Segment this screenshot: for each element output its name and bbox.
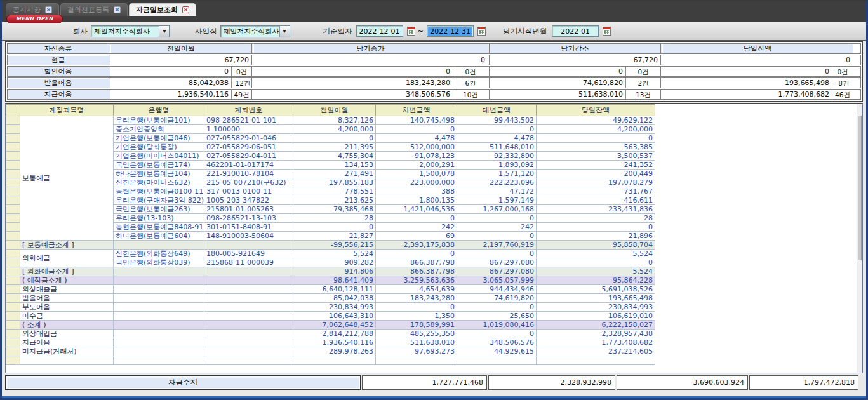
amount-cell[interactable]: 211,395 <box>293 143 376 152</box>
amount-cell[interactable]: 4,200,000 <box>293 125 376 134</box>
account-number-cell[interactable]: 098-286521-13-103 <box>204 214 293 223</box>
row-label-cell[interactable]: [ 보통예금소계 ] <box>20 241 114 250</box>
row-header-cell[interactable] <box>6 312 20 321</box>
scrollbar-thumb[interactable] <box>858 116 862 260</box>
amount-cell[interactable]: 271,491 <box>293 170 376 178</box>
amount-cell[interactable]: 7,062,648,452 <box>293 321 376 330</box>
amount-cell[interactable]: 193,665,498 <box>537 294 655 303</box>
bank-name-cell[interactable]: 신한은행(외화통장649) <box>114 250 204 258</box>
amount-cell[interactable]: 1,893,092 <box>457 161 537 170</box>
row-header-cell[interactable] <box>6 250 20 258</box>
amount-cell[interactable]: 1,773,408,682 <box>537 338 655 347</box>
amount-cell[interactable]: -99,556,215 <box>293 241 376 250</box>
amount-cell[interactable]: 233,431,836 <box>537 205 655 214</box>
amount-cell[interactable]: 230,834,993 <box>537 303 655 312</box>
row-header-cell[interactable] <box>6 303 20 312</box>
account-number-cell[interactable] <box>204 338 293 347</box>
category-cell[interactable]: 외화예금 <box>20 250 114 267</box>
amount-cell[interactable]: 95,858,704 <box>537 241 655 250</box>
row-header-cell[interactable] <box>6 116 20 125</box>
amount-cell[interactable]: 867,297,080 <box>457 267 537 276</box>
site-select[interactable]: 제일저지주식회사 <box>220 25 290 37</box>
amount-cell[interactable]: 5,524 <box>537 250 655 258</box>
account-number-cell[interactable]: 027-055829-06-051 <box>204 143 293 152</box>
account-number-cell[interactable]: 462201-01-017174 <box>204 161 293 170</box>
bank-name-cell[interactable]: 기업은행(마이너스04011) <box>114 152 204 161</box>
amount-cell[interactable]: 416,611 <box>537 196 655 205</box>
account-number-cell[interactable] <box>204 267 293 276</box>
row-header-cell[interactable] <box>6 152 20 161</box>
amount-cell[interactable]: 0 <box>537 258 655 267</box>
account-number-cell[interactable]: 215868-11-000039 <box>204 258 293 267</box>
amount-cell[interactable]: 0 <box>376 250 457 258</box>
bank-name-cell[interactable]: 중소기업중앙회 <box>114 125 204 134</box>
row-header-cell[interactable] <box>6 178 20 187</box>
amount-cell[interactable]: 79,385,468 <box>293 205 376 214</box>
amount-cell[interactable]: 866,387,798 <box>376 258 457 267</box>
amount-cell[interactable]: 0 <box>376 125 457 134</box>
bank-name-cell[interactable] <box>114 285 204 294</box>
row-label-cell[interactable]: 받을어음 <box>20 294 114 303</box>
bank-name-cell[interactable]: 신한은행(마이너스632) <box>114 178 204 187</box>
row-header-cell[interactable] <box>6 170 20 178</box>
row-label-cell[interactable]: 부도어음 <box>20 303 114 312</box>
bank-name-cell[interactable] <box>114 356 204 365</box>
bank-name-cell[interactable]: 국민은행(외화통장039) <box>114 258 204 267</box>
calendar-icon[interactable] <box>477 27 486 36</box>
amount-cell[interactable]: 28 <box>537 214 655 223</box>
amount-cell[interactable]: 0 <box>457 250 537 258</box>
amount-cell[interactable]: 914,806 <box>293 267 376 276</box>
bank-name-cell[interactable] <box>114 241 204 250</box>
close-icon[interactable]: × <box>45 6 52 13</box>
amount-cell[interactable]: 5,691,038,526 <box>537 285 655 294</box>
amount-cell[interactable]: 0 <box>457 125 537 134</box>
amount-cell[interactable]: 140,745,498 <box>376 116 457 125</box>
row-header-cell[interactable] <box>6 161 20 170</box>
amount-cell[interactable]: 1,421,046,536 <box>376 205 457 214</box>
bank-name-cell[interactable] <box>114 267 204 276</box>
bank-name-cell[interactable] <box>114 330 204 338</box>
amount-cell[interactable]: 74,619,820 <box>457 294 537 303</box>
amount-cell[interactable]: 866,387,798 <box>376 267 457 276</box>
account-number-cell[interactable] <box>204 303 293 312</box>
amount-cell[interactable]: 5,524 <box>537 267 655 276</box>
account-number-cell[interactable] <box>204 294 293 303</box>
amount-cell[interactable]: 92,332,890 <box>457 152 537 161</box>
bank-name-cell[interactable] <box>114 303 204 312</box>
amount-cell[interactable]: 2,393,175,838 <box>376 241 457 250</box>
amount-cell[interactable]: 6,640,128,111 <box>293 285 376 294</box>
amount-cell[interactable]: 5,524 <box>293 250 376 258</box>
amount-cell[interactable]: 1,597,149 <box>457 196 537 205</box>
amount-cell[interactable]: 44,929,615 <box>457 347 537 356</box>
tab-fund-daily-report[interactable]: 자금일보조회× <box>129 3 196 16</box>
bank-name-cell[interactable] <box>114 347 204 356</box>
amount-cell[interactable]: 241,352 <box>537 161 655 170</box>
amount-cell[interactable]: 223,000,000 <box>376 178 457 187</box>
amount-cell[interactable]: 0 <box>537 223 655 232</box>
amount-cell[interactable]: -4,654,639 <box>376 285 457 294</box>
close-icon[interactable]: × <box>182 6 189 13</box>
amount-cell[interactable]: 69 <box>376 232 457 241</box>
base-date-to-input[interactable]: 2022-12-31 <box>427 25 474 37</box>
account-number-cell[interactable]: 317-0013-0100-11 <box>204 187 293 196</box>
account-number-cell[interactable] <box>204 241 293 250</box>
calendar-icon[interactable] <box>407 27 415 36</box>
amount-cell[interactable]: -197,855,183 <box>293 178 376 187</box>
amount-cell[interactable]: 388 <box>376 187 457 196</box>
amount-cell[interactable]: 2,000,291 <box>376 161 457 170</box>
row-header-cell[interactable] <box>6 214 20 223</box>
amount-cell[interactable] <box>293 356 376 365</box>
amount-cell[interactable]: 28 <box>293 214 376 223</box>
amount-cell[interactable]: 511,648,010 <box>457 143 537 152</box>
row-header-cell[interactable] <box>6 187 20 196</box>
bank-name-cell[interactable]: 하나은행(보통예금104) <box>114 170 204 178</box>
amount-cell[interactable]: 1,936,540,116 <box>293 338 376 347</box>
bank-name-cell[interactable]: 하나은행(보통예금604) <box>114 232 204 241</box>
account-number-cell[interactable] <box>204 330 293 338</box>
amount-cell[interactable]: 1,267,000,168 <box>457 205 537 214</box>
account-number-cell[interactable]: 301-0151-8408-91 <box>204 223 293 232</box>
account-number-cell[interactable] <box>204 312 293 321</box>
chevron-down-icon[interactable] <box>159 26 169 37</box>
amount-cell[interactable]: 4,478 <box>457 134 537 143</box>
period-start-input[interactable]: 2022-01 <box>552 25 599 37</box>
